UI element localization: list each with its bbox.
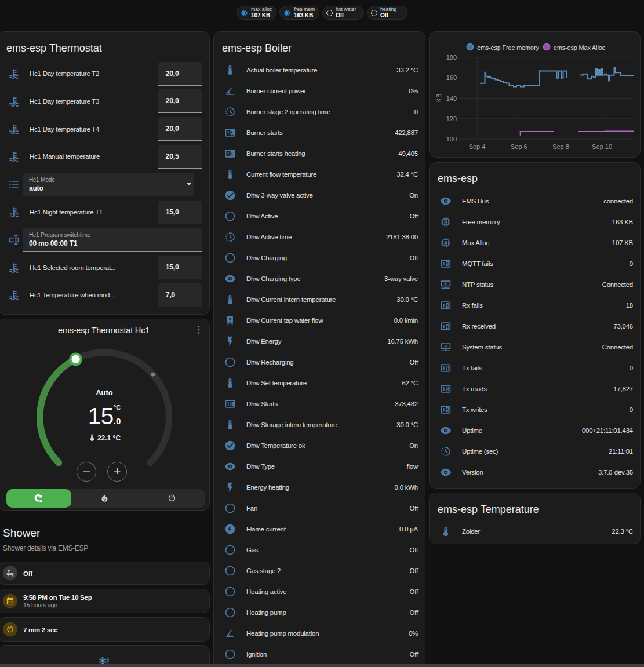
svg-text:Sep 8: Sep 8: [552, 143, 569, 150]
svg-text:100: 100: [446, 136, 457, 143]
svg-text:Sep 6: Sep 6: [511, 143, 527, 150]
svg-text:140: 140: [446, 95, 457, 102]
svg-text:Sep 10: Sep 10: [592, 143, 612, 150]
svg-text:160: 160: [446, 74, 457, 81]
svg-text:ems-esp Free memory: ems-esp Free memory: [477, 44, 539, 51]
svg-text:180: 180: [446, 54, 457, 61]
svg-text:ems-esp Max Alloc: ems-esp Max Alloc: [554, 44, 606, 51]
svg-text:Sep 4: Sep 4: [469, 143, 486, 150]
svg-text:KB: KB: [435, 94, 442, 103]
svg-text:A: A: [39, 498, 42, 504]
svg-text:120: 120: [446, 115, 457, 122]
